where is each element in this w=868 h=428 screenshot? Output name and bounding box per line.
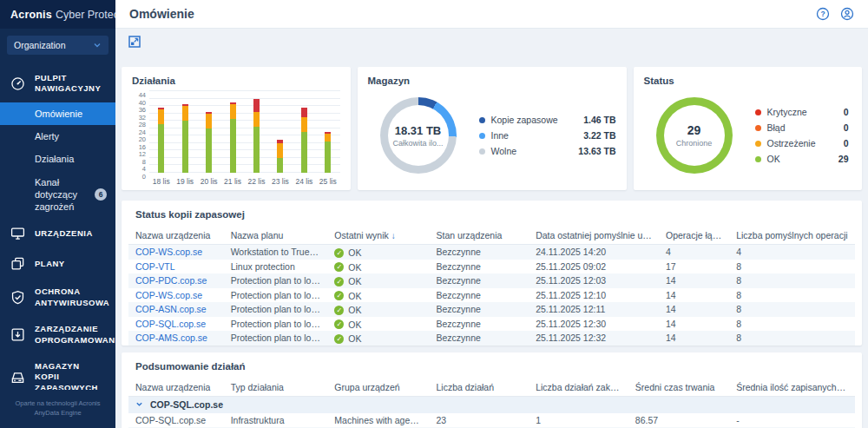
last-result-cell: ✓OK xyxy=(327,288,429,302)
activities-bar-chart: 048121620242832364044 18 lis19 lis20 lis… xyxy=(132,91,340,186)
device-name-link[interactable]: COP-PDC.cop.se xyxy=(128,274,224,286)
sidebar-item-label: Omówienie xyxy=(35,108,97,120)
group-row[interactable]: COP-SQL.cop.se xyxy=(128,397,855,413)
sidebar-nav: PULPIT NAWIGACYJNYOmówienieAlertyDziałan… xyxy=(0,62,115,390)
topbar-icons: ? xyxy=(816,7,854,21)
device-name-link[interactable]: COP-AMS.cop.se xyxy=(128,332,224,344)
table-row: COP-SQL.cop.seInfrastrukturaMachines wit… xyxy=(128,413,855,428)
activity-count-cell: 23 xyxy=(430,414,529,426)
bar-segment-warning xyxy=(325,134,331,142)
last-success-date-cell: 25.11.2025 12:11 xyxy=(529,303,659,315)
sidebar-item-label: PLANY xyxy=(35,259,107,269)
legend-dot xyxy=(755,141,761,147)
widget-title: Magazyn xyxy=(368,76,616,86)
dashboard-toolbar xyxy=(115,29,868,55)
sidebar-item-label: OCHRONA ANTYWIRUSOWA xyxy=(35,286,109,308)
column-header[interactable]: Liczba działań zakończonych ... xyxy=(529,381,628,393)
sidebar-item-overview[interactable]: Omówienie xyxy=(0,102,115,125)
table-header-row: Nazwa urządzeniaNazwa planuOstatni wynik… xyxy=(128,227,855,245)
status-legend: Krytyczne0Błąd0Ostrzeżenie0OK29 xyxy=(755,107,849,164)
column-header[interactable]: Stan urządzenia xyxy=(430,229,529,241)
column-header[interactable]: Typ działania xyxy=(224,381,328,393)
device-group-cell: Machines with agents, Windo... xyxy=(327,414,429,426)
avg-bytes-cell: - xyxy=(729,414,855,426)
legend-value: 0 xyxy=(826,138,849,148)
result-label: OK xyxy=(348,305,361,315)
last-result-cell: ✓OK xyxy=(327,317,429,331)
y-tick-label: 24 xyxy=(139,128,146,135)
column-header[interactable]: Nazwa urządzenia xyxy=(128,381,224,393)
sidebar-item-dashboard[interactable]: PULPIT NAWIGACYJNY xyxy=(0,65,115,102)
table-row: COP-WS.cop.seWorkstation to TrueNAS✓OKBe… xyxy=(128,245,855,260)
total-operations-cell: 14 xyxy=(659,274,729,286)
table-row: COP-SQL.cop.seProtection plan to local✓O… xyxy=(128,317,855,332)
total-operations-cell: 14 xyxy=(659,303,729,315)
table-row: COP-VTLLinux protection✓OKBezczynne25.11… xyxy=(128,260,855,274)
activities-summary-widget: Podsumowanie działań Nazwa urządzeniaTyp… xyxy=(122,352,862,428)
column-header[interactable]: Nazwa planu xyxy=(224,229,328,241)
sidebar-item-threat-feed[interactable]: Kanał dotyczący zagrożeń6 xyxy=(0,171,115,219)
add-widget-icon[interactable] xyxy=(128,36,141,48)
bar-segment-warning xyxy=(277,143,283,158)
column-header[interactable]: Liczba pomyślnych operacji xyxy=(729,229,855,241)
bar-segment-warning xyxy=(182,106,188,121)
bar-23-lis xyxy=(268,91,292,173)
chevron-expanded-icon[interactable] xyxy=(135,399,143,410)
successful-operations-cell: 8 xyxy=(729,303,855,315)
help-icon[interactable]: ? xyxy=(816,7,830,21)
legend-dot xyxy=(755,156,761,162)
device-state-cell: Bezczynne xyxy=(430,246,529,258)
device-name-link[interactable]: COP-WS.cop.se xyxy=(128,289,224,301)
device-name-link[interactable]: COP-ASN.cop.se xyxy=(128,303,224,315)
bar-24-lis xyxy=(293,91,316,173)
bar-segment-warning xyxy=(158,109,164,124)
group-label: COP-SQL.cop.se xyxy=(150,399,223,410)
x-tick-label: 24 lis xyxy=(293,177,316,186)
column-header[interactable]: Ostatni wynik↓ xyxy=(327,229,429,241)
sidebar-item-plans[interactable]: PLANY xyxy=(0,248,115,279)
last-success-date-cell: 25.11.2025 12:03 xyxy=(529,274,659,286)
last-success-date-cell: 25.11.2025 09:02 xyxy=(529,260,659,273)
legend-value: 1.46 TB xyxy=(571,115,616,125)
column-header[interactable]: Nazwa urządzenia xyxy=(128,229,224,241)
y-tick-label: 8 xyxy=(142,157,146,165)
legend-label: Ostrzeżenie xyxy=(767,138,826,148)
y-tick-label: 20 xyxy=(139,135,146,143)
column-header[interactable]: Grupa urządzeń xyxy=(327,381,429,393)
column-header[interactable]: Średnia ilość zapisanych bajtów xyxy=(729,381,855,393)
sidebar-item-label: MAGAZYN KOPII ZAPASOWYCH xyxy=(35,361,107,390)
plan-name-cell: Linux protection xyxy=(224,260,328,273)
sidebar-item-alerts[interactable]: Alerty xyxy=(0,125,115,148)
x-tick-label: 23 lis xyxy=(268,177,292,186)
account-icon[interactable] xyxy=(840,7,854,21)
group-cell: COP-SQL.cop.se xyxy=(128,398,855,411)
column-header[interactable]: Liczba działań xyxy=(430,381,529,393)
column-header[interactable]: Data ostatniej pomyślnie utw... xyxy=(529,229,659,241)
device-name-link[interactable]: COP-SQL.cop.se xyxy=(128,318,224,330)
plans-icon xyxy=(10,256,25,271)
legend-item: Błąd0 xyxy=(755,122,849,133)
bar-18-lis xyxy=(149,91,173,173)
bar-22-lis xyxy=(245,91,268,173)
last-success-date-cell: 24.11.2025 14:20 xyxy=(529,246,659,258)
check-icon: ✓ xyxy=(334,306,344,315)
status-donut-chart: 29 Chronione xyxy=(656,97,733,174)
organization-selector[interactable]: Organization xyxy=(7,36,108,55)
device-name-link[interactable]: COP-WS.cop.se xyxy=(128,246,224,258)
sidebar-item-activities[interactable]: Działania xyxy=(0,148,115,170)
device-name-link[interactable]: COP-VTL xyxy=(128,260,224,273)
successful-operations-cell: 8 xyxy=(729,318,855,330)
status-ok-badge: ✓OK xyxy=(334,262,361,273)
total-operations-cell: 14 xyxy=(659,289,729,301)
sidebar-item-devices[interactable]: URZĄDZENIA xyxy=(0,218,115,248)
sidebar-item-software-management[interactable]: ZARZĄDZANIE OPROGRAMOWANIEM xyxy=(0,316,115,353)
device-state-cell: Bezczynne xyxy=(430,274,529,286)
bar-segment-warning xyxy=(230,104,236,119)
legend-value: 0 xyxy=(826,122,849,133)
sidebar-item-backup-storage[interactable]: MAGAZYN KOPII ZAPASOWYCH xyxy=(0,353,115,390)
column-header[interactable]: Operacje łącznie xyxy=(659,229,729,241)
sidebar-item-antivirus-protection[interactable]: OCHRONA ANTYWIRUSOWA xyxy=(0,279,115,316)
column-header[interactable]: Średni czas trwania xyxy=(628,381,729,393)
sidebar-item-label: Alerty xyxy=(35,130,97,142)
storage-icon xyxy=(10,370,25,385)
